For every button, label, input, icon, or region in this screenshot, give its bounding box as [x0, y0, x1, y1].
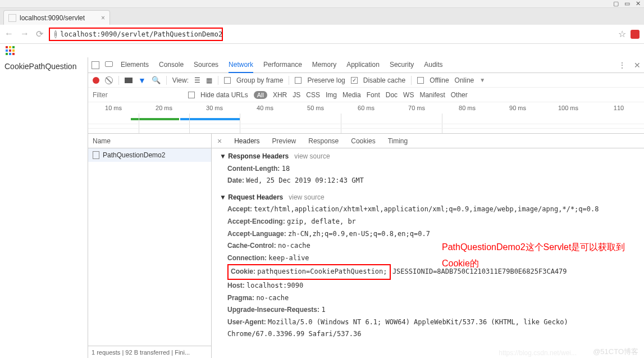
network-filter-row: Hide data URLs All XHR JS CSS Img Media … — [88, 88, 644, 102]
detail-tab-cookies[interactable]: Cookies — [351, 137, 375, 145]
request-headers-section[interactable]: ▼ Request Headersview source — [220, 192, 636, 204]
preserve-log-checkbox[interactable] — [295, 77, 302, 84]
browser-tab[interactable]: localhost:9090/servlet × — [3, 10, 110, 25]
close-window-button[interactable]: ✕ — [636, 0, 641, 7]
view-large-icon[interactable]: ☰ — [194, 76, 200, 84]
filter-css[interactable]: CSS — [306, 91, 320, 99]
timeline-ticks: 10 ms 20 ms 30 ms 40 ms 50 ms 60 ms 70 m… — [88, 105, 644, 111]
tab-security[interactable]: Security — [390, 57, 414, 73]
response-headers-section[interactable]: ▼ Response Headersview source — [220, 151, 636, 163]
site-info-icon[interactable]: i — [54, 30, 57, 38]
document-icon — [93, 151, 99, 159]
filter-xhr[interactable]: XHR — [273, 91, 287, 99]
reload-button[interactable]: ⟳ — [36, 29, 43, 39]
request-status-bar: 1 requests | 92 B transferred | Fini... — [88, 346, 211, 358]
devtools-close-button[interactable]: ✕ — [634, 61, 641, 70]
filter-media[interactable]: Media — [342, 91, 361, 99]
forward-button[interactable]: → — [20, 29, 29, 39]
detail-close-button[interactable]: × — [217, 137, 222, 146]
filter-input[interactable] — [93, 91, 182, 99]
filter-img[interactable]: Img — [326, 91, 337, 99]
search-icon[interactable]: 🔍 — [152, 76, 161, 84]
header-content-length: Content-Length: 18 — [227, 163, 636, 175]
tab-memory[interactable]: Memory — [312, 57, 336, 73]
tab-network[interactable]: Network — [229, 57, 253, 73]
tab-console[interactable]: Console — [159, 57, 184, 73]
page-body-text: CookiePathQuestion — [4, 62, 76, 71]
network-toolbar: ▼ 🔍 View: ☰ ▦ Group by frame Preserve lo… — [88, 73, 644, 88]
header-accept: Accept: text/html,application/xhtml+xml,… — [227, 203, 636, 216]
apps-row — [0, 44, 644, 57]
tab-sources[interactable]: Sources — [194, 57, 218, 73]
filter-js[interactable]: JS — [293, 91, 300, 99]
request-detail: × Headers Preview Response Cookies Timin… — [212, 134, 644, 358]
apps-icon[interactable] — [6, 46, 15, 55]
filter-doc[interactable]: Doc — [386, 91, 398, 99]
bookmark-star-icon[interactable]: ☆ — [618, 29, 626, 39]
extension-icon[interactable] — [631, 30, 640, 39]
name-column-header[interactable]: Name — [88, 134, 211, 148]
header-host: Host: localhost:9090 — [227, 280, 636, 292]
devtools-tabs: Elements Console Sources Network Perform… — [121, 57, 443, 73]
clear-button[interactable] — [105, 76, 113, 84]
minimize-button[interactable]: ▢ — [613, 0, 619, 7]
maximize-button[interactable]: ▭ — [624, 0, 630, 7]
filter-manifest[interactable]: Manifest — [419, 91, 445, 99]
record-button[interactable] — [93, 77, 99, 84]
headers-body[interactable]: ▼ Response Headersview source Content-Le… — [212, 148, 644, 358]
view-source-link[interactable]: view source — [294, 152, 330, 160]
tab-elements[interactable]: Elements — [121, 57, 149, 73]
filter-toggle-icon[interactable]: ▼ — [138, 76, 146, 85]
filter-font[interactable]: Font — [367, 91, 380, 99]
tab-title: localhost:9090/servlet — [20, 14, 85, 22]
tab-application[interactable]: Application — [346, 57, 380, 73]
url-text[interactable]: localhost:9090/servlet/PathQuestionDemo2 — [60, 30, 222, 38]
main-split: CookiePathQuestion Elements Console Sour… — [0, 57, 644, 358]
request-row[interactable]: PathQuestionDemo2 — [88, 148, 211, 162]
devtools-menu-button[interactable]: ⋮ — [618, 61, 626, 70]
screenshot-icon[interactable] — [125, 78, 133, 83]
address-bar: ← → ⟳ i localhost:9090/servlet/PathQuest… — [0, 25, 644, 44]
element-picker-icon[interactable] — [92, 61, 99, 69]
url-wrap[interactable]: i localhost:9090/servlet/PathQuestionDem… — [49, 27, 640, 42]
tab-performance[interactable]: Performance — [263, 57, 302, 73]
tick: 60 ms — [341, 105, 391, 111]
detail-tab-timing[interactable]: Timing — [388, 137, 408, 145]
devtools-header: Elements Console Sources Network Perform… — [88, 57, 644, 73]
filter-ws[interactable]: WS — [403, 91, 414, 99]
detail-tab-preview[interactable]: Preview — [272, 137, 296, 145]
devtools-header-right: ⋮ ✕ — [618, 61, 641, 70]
network-content: Name PathQuestionDemo2 1 requests | 92 B… — [88, 134, 644, 358]
separator — [289, 76, 289, 85]
header-user-agent: User-Agent: Mozilla/5.0 (Windows NT 6.1;… — [227, 316, 636, 341]
hide-data-urls-checkbox[interactable] — [188, 92, 195, 98]
window-controls: ▢ ▭ ✕ — [0, 0, 644, 8]
tick: 100 ms — [543, 105, 593, 111]
filter-other[interactable]: Other — [451, 91, 468, 99]
separator — [218, 76, 218, 85]
devtools-panel: Elements Console Sources Network Perform… — [88, 57, 644, 358]
tab-audits[interactable]: Audits — [424, 57, 442, 73]
separator — [118, 76, 119, 85]
view-source-link[interactable]: view source — [289, 193, 324, 201]
tick: 10 ms — [88, 105, 139, 111]
offline-checkbox[interactable] — [417, 77, 424, 84]
timeline-bar — [131, 118, 179, 120]
detail-tab-response[interactable]: Response — [308, 137, 339, 145]
back-button[interactable]: ← — [4, 29, 13, 39]
disable-cache-label: Disable cache — [363, 76, 405, 84]
device-toggle-icon[interactable] — [105, 61, 113, 67]
disable-cache-checkbox[interactable] — [351, 77, 358, 84]
view-label: View: — [172, 76, 189, 84]
throttle-dropdown[interactable]: ▼ — [479, 77, 485, 83]
offline-label: Offline — [430, 76, 449, 84]
group-by-frame-label: Group by frame — [236, 76, 283, 84]
tick: 80 ms — [442, 105, 492, 111]
detail-tab-headers[interactable]: Headers — [234, 137, 259, 145]
view-small-icon[interactable]: ▦ — [206, 76, 212, 84]
network-timeline[interactable]: 10 ms 20 ms 30 ms 40 ms 50 ms 60 ms 70 m… — [88, 102, 644, 134]
annotation-text: PathQuestionDemo2这个Servlet是可以获取到Cookie的 — [442, 239, 644, 272]
filter-all[interactable]: All — [254, 91, 267, 99]
group-by-frame-checkbox[interactable] — [224, 77, 231, 84]
tab-close-button[interactable]: × — [101, 14, 105, 22]
